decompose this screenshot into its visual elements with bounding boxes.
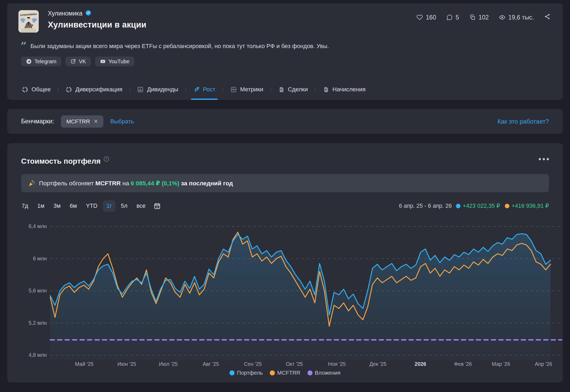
comment-icon [446,14,453,21]
avatar: ХУЛИНОМИКА [18,10,39,33]
period-label: 6 апр. 25 - 6 апр. 26 [399,203,452,209]
author-block: Хулиномика Хулинвестиции в акции [48,10,146,30]
eye-icon [499,14,505,21]
tab-separator: | [57,87,59,93]
heart-icon [416,14,423,21]
stat-comment[interactable]: 5 [446,14,459,21]
portfolio-page: ХУЛИНОМИКА Хулиномика Хулинвестиции в ак… [0,0,570,392]
svg-text:12: 12 [156,206,159,208]
stat-value: 102 [479,14,489,21]
choose-benchmark-link[interactable]: Выбрать [110,118,134,125]
x-tick-label: Май '25 [65,361,103,367]
chart-title: Стоимость портфеля [21,157,101,166]
tab-label: Рост [203,86,216,93]
legend-item-вложения[interactable]: Вложения [307,370,341,376]
delta-mcftrr: +416 936,91 ₽ [505,202,549,209]
x-tick-label: Дек '25 [359,361,397,367]
quote-row: ” Были задуманы акции всего мира через E… [21,43,329,50]
y-tick-label: 6 млн [12,256,47,262]
stat-value: 19,6 тыс. [508,14,534,21]
tab-label: Метрики [240,86,263,93]
tab-label: Дивиденды [147,86,178,93]
range-button-1г[interactable]: 1г [103,200,116,212]
x-tick-label: Июл '25 [150,361,187,367]
banner-text: Портфель обгоняет MCFTRR на 6 085,44 ₽ (… [39,180,233,187]
rocket-icon [193,86,200,93]
tab-метрики[interactable]: Метрики [230,79,264,100]
social-link-telegram[interactable]: Telegram [21,57,61,66]
x-tick-label: Мар '26 [482,361,520,367]
x-tick-label: Ноя '25 [318,361,356,367]
benchmark-chip[interactable]: MCFTRR ✕ [61,115,103,128]
social-link-label: VK [79,58,86,65]
question-icon[interactable]: ? [103,156,110,163]
tab-separator: | [270,87,271,93]
x-tick-label: Апр '26 [525,361,562,367]
range-selector: 7д1м3м6мYTD1г5лвсе12 [18,200,161,212]
share-icon[interactable] [544,13,551,21]
stats-row: 160510219,6 тыс. [416,13,551,21]
pulse-icon [230,86,237,93]
calendar-icon[interactable]: 12 [154,202,161,210]
donut-icon [65,86,72,93]
ellipsis-menu-button[interactable] [539,158,549,160]
tabs-row: Общее|Диверсификация|Дивиденды|Рост|Метр… [21,79,366,100]
telegram-icon [26,58,32,64]
close-icon[interactable]: ✕ [94,118,98,124]
tab-диверсификация[interactable]: Диверсификация [65,79,123,100]
bar-chart-icon [137,86,144,93]
range-button-1м[interactable]: 1м [34,200,48,212]
social-link-youtube[interactable]: YouTube [95,57,134,66]
donut-icon [22,86,28,93]
range-button-все[interactable]: все [133,200,149,212]
quote-icon: ” [21,43,27,49]
social-link-label: YouTube [108,58,130,65]
delta-портфель: +423 022,35 ₽ [456,202,500,209]
stat-heart[interactable]: 160 [416,14,436,21]
y-tick-label: 4,8 млн [12,352,47,358]
tab-label: Диверсификация [75,86,122,93]
tab-рост[interactable]: Рост [193,79,216,100]
youtube-icon [100,58,106,64]
tab-сделки[interactable]: Сделки [278,79,309,100]
range-meta: 6 апр. 25 - 6 апр. 26 +423 022,35 ₽+416 … [399,202,549,209]
verified-badge-icon [85,10,91,17]
how-it-works-link[interactable]: Как это работает? [497,118,549,125]
chart-legend: ПортфельMCFTRRВложения [7,370,563,376]
tab-label: Начисления [333,86,366,93]
stat-value: 160 [426,14,436,21]
tab-separator: | [185,87,186,93]
range-button-7д[interactable]: 7д [18,200,32,212]
document-icon [278,86,285,93]
legend-dot [307,370,313,375]
document-icon [323,86,329,93]
tab-начисления[interactable]: Начисления [322,79,366,100]
legend-item-mcftrr[interactable]: MCFTRR [270,370,300,376]
range-button-6м[interactable]: 6м [66,200,81,212]
legend-label: MCFTRR [277,370,300,376]
range-button-5л[interactable]: 5л [117,200,131,212]
stat-value: 5 [456,14,459,21]
tab-separator: | [315,87,316,93]
tab-дивиденды[interactable]: Дивиденды [136,79,179,100]
svg-text:?: ? [106,157,107,161]
stat-eye[interactable]: 19,6 тыс. [499,14,534,21]
tab-общее[interactable]: Общее [21,79,51,100]
range-button-YTD[interactable]: YTD [82,200,101,212]
legend-label: Вложения [315,370,341,376]
quote-text: Были задуманы акции всего мира через ETF… [30,43,329,50]
social-link-vk[interactable]: VK [65,57,91,66]
series-dot [505,204,509,208]
tab-separator: | [129,87,130,93]
social-links-row: TelegramVKYouTube [21,57,134,66]
stat-copy[interactable]: 102 [469,14,489,21]
portfolio-value-card: Стоимость портфеля ? Портфель обгоняет M… [7,143,563,382]
legend-item-портфель[interactable]: Портфель [229,370,263,376]
range-button-3м[interactable]: 3м [50,200,64,212]
header-card: ХУЛИНОМИКА Хулиномика Хулинвестиции в ак… [7,3,563,100]
x-tick-label: Фев '26 [444,361,482,367]
social-link-label: Telegram [34,58,56,65]
benchmarks-card: Бенчмарки: MCFTRR ✕ Выбрать Как это рабо… [7,109,563,134]
page-title: Хулинвестиции в акции [48,20,146,30]
benchmarks-label: Бенчмарки: [21,118,54,125]
